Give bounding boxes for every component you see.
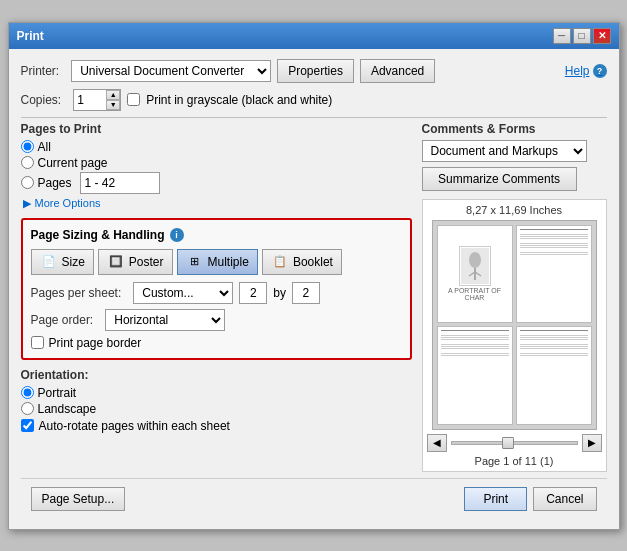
more-options-toggle[interactable]: ▶ More Options (23, 197, 412, 210)
sizing-header: Page Sizing & Handling i (31, 228, 402, 242)
pages-per-sheet-label: Pages per sheet: (31, 286, 122, 300)
grayscale-label: Print in grayscale (black and white) (146, 93, 332, 107)
size-label: Size (62, 255, 85, 269)
prev-page-button[interactable]: ◀ (427, 434, 447, 452)
window-title: Print (17, 29, 44, 43)
auto-rotate-checkbox[interactable] (21, 419, 34, 432)
next-page-button[interactable]: ▶ (582, 434, 602, 452)
preview-page-3-lines (441, 330, 509, 356)
pages-range-input[interactable] (80, 172, 160, 194)
svg-point-1 (469, 252, 481, 268)
bottom-bar: Page Setup... Print Cancel (21, 478, 607, 519)
preview-page-1: A PORTRAIT OF CHAR (437, 225, 513, 324)
preview-canvas: A PORTRAIT OF CHAR (432, 220, 597, 430)
print-dialog: Print ─ □ ✕ Printer: Universal Document … (8, 22, 620, 530)
landscape-label: Landscape (38, 402, 97, 416)
sizing-info-icon: i (170, 228, 184, 242)
poster-mode-button[interactable]: 🔲 Poster (98, 249, 173, 275)
title-bar-buttons: ─ □ ✕ (553, 28, 611, 44)
grayscale-checkbox[interactable] (127, 93, 140, 106)
booklet-icon: 📋 (271, 254, 289, 270)
help-label: Help (565, 64, 590, 78)
preview-page-2-lines (520, 229, 588, 255)
preview-page-2 (516, 225, 592, 324)
y-input[interactable] (292, 282, 320, 304)
multiple-label: Multiple (208, 255, 249, 269)
more-options-label: More Options (35, 197, 101, 209)
page-order-label: Page order: (31, 313, 94, 327)
pages-per-sheet-select[interactable]: Custom... (133, 282, 233, 304)
pages-to-print-section: Pages to Print All Current page Pages (21, 122, 412, 210)
page-setup-button[interactable]: Page Setup... (31, 487, 126, 511)
preview-area: 8,27 x 11,69 Inches (422, 199, 607, 472)
properties-button[interactable]: Properties (277, 59, 354, 83)
size-icon: 📄 (40, 254, 58, 270)
portrait-label: Portrait (38, 386, 77, 400)
page-slider-thumb (502, 437, 514, 449)
preview-page-1-image (461, 248, 489, 284)
comments-forms-section: Comments & Forms Document and Markups Su… (422, 122, 607, 191)
current-page-radio[interactable] (21, 156, 34, 169)
printer-select[interactable]: Universal Document Converter (71, 60, 271, 82)
multiple-icon: ⊞ (186, 254, 204, 270)
current-page-label: Current page (38, 156, 108, 170)
by-label: by (273, 286, 286, 300)
print-button[interactable]: Print (464, 487, 527, 511)
help-icon: ? (593, 64, 607, 78)
cancel-button[interactable]: Cancel (533, 487, 596, 511)
page-sizing-section: Page Sizing & Handling i 📄 Size 🔲 Poster (21, 218, 412, 360)
booklet-mode-button[interactable]: 📋 Booklet (262, 249, 342, 275)
copies-up-button[interactable]: ▲ (106, 90, 120, 100)
pages-range-label: Pages (38, 176, 72, 190)
minimize-button[interactable]: ─ (553, 28, 571, 44)
dialog-content: Printer: Universal Document Converter Pr… (9, 49, 619, 529)
poster-label: Poster (129, 255, 164, 269)
comments-forms-title: Comments & Forms (422, 122, 607, 136)
preview-page-4-lines (520, 330, 588, 356)
orientation-section: Orientation: Portrait Landscape Auto-rot… (21, 368, 412, 433)
page-label: Page 1 of 11 (1) (427, 455, 602, 467)
size-mode-button[interactable]: 📄 Size (31, 249, 94, 275)
page-slider[interactable] (451, 441, 578, 445)
all-pages-radio[interactable] (21, 140, 34, 153)
current-page-row: Current page (21, 156, 412, 170)
preview-pages-grid: A PORTRAIT OF CHAR (437, 225, 592, 425)
print-border-label: Print page border (49, 336, 142, 350)
pages-range-radio[interactable] (21, 176, 34, 189)
maximize-button[interactable]: □ (573, 28, 591, 44)
preview-page-3 (437, 326, 513, 425)
close-button[interactable]: ✕ (593, 28, 611, 44)
x-input[interactable] (239, 282, 267, 304)
auto-rotate-row: Auto-rotate pages within each sheet (21, 419, 412, 433)
multiple-mode-button[interactable]: ⊞ Multiple (177, 249, 258, 275)
mode-buttons: 📄 Size 🔲 Poster ⊞ Multiple 📋 (31, 249, 402, 275)
all-pages-row: All (21, 140, 412, 154)
print-border-row: Print page border (31, 336, 402, 350)
booklet-label: Booklet (293, 255, 333, 269)
comments-forms-select[interactable]: Document and Markups (422, 140, 587, 162)
title-bar: Print ─ □ ✕ (9, 23, 619, 49)
pages-range-row: Pages (21, 172, 412, 194)
nav-row: ◀ ▶ (427, 434, 602, 452)
more-options-arrow: ▶ (23, 197, 31, 210)
page-order-select[interactable]: Horizontal (105, 309, 225, 331)
auto-rotate-label: Auto-rotate pages within each sheet (39, 419, 230, 433)
copies-down-button[interactable]: ▼ (106, 100, 120, 110)
page-order-row: Page order: Horizontal (31, 309, 402, 331)
poster-icon: 🔲 (107, 254, 125, 270)
advanced-button[interactable]: Advanced (360, 59, 435, 83)
copies-input[interactable]: 1 (74, 90, 106, 110)
portrait-radio[interactable] (21, 386, 34, 399)
help-link[interactable]: Help ? (565, 64, 607, 78)
print-border-checkbox[interactable] (31, 336, 44, 349)
orientation-title: Orientation: (21, 368, 412, 382)
summarize-button[interactable]: Summarize Comments (422, 167, 577, 191)
pages-per-sheet-row: Pages per sheet: Custom... by (31, 282, 402, 304)
landscape-radio[interactable] (21, 402, 34, 415)
left-panel: Pages to Print All Current page Pages (21, 122, 412, 472)
top-bar: Printer: Universal Document Converter Pr… (21, 59, 607, 83)
pages-to-print-title: Pages to Print (21, 122, 412, 136)
divider-top (21, 117, 607, 118)
all-pages-label: All (38, 140, 51, 154)
printer-label: Printer: (21, 64, 60, 78)
